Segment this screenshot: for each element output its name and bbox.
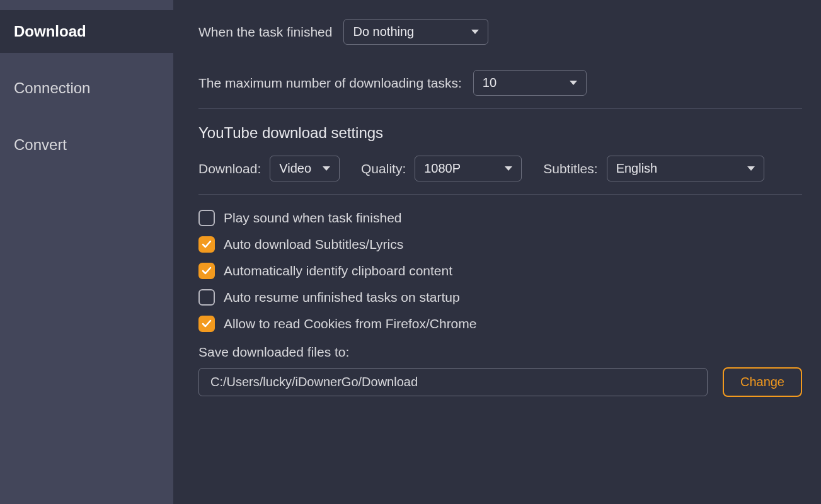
subtitles-value: English xyxy=(616,161,658,176)
checkbox-row[interactable]: Auto download Subtitles/Lyrics xyxy=(198,236,802,253)
max-tasks-value: 10 xyxy=(483,76,497,90)
youtube-section-title: YouTube download settings xyxy=(198,124,802,142)
quality-value: 1080P xyxy=(424,161,461,176)
checkbox[interactable] xyxy=(198,210,215,226)
save-path-input[interactable] xyxy=(198,368,708,396)
save-path-label: Save downloaded files to: xyxy=(198,345,802,360)
checkbox-row[interactable]: Play sound when task finished xyxy=(198,210,802,226)
checkbox[interactable] xyxy=(198,316,215,332)
download-type-select[interactable]: Video xyxy=(270,156,340,181)
checkbox-label: Automatically identify clipboard content xyxy=(224,263,452,278)
sidebar: Download Connection Convert xyxy=(0,0,173,504)
chevron-down-icon xyxy=(323,166,330,171)
quality-label: Quality: xyxy=(361,161,406,176)
task-finished-select[interactable]: Do nothing xyxy=(343,19,488,45)
download-type-value: Video xyxy=(279,161,311,176)
main-panel: When the task finished Do nothing The ma… xyxy=(173,0,821,504)
checkbox-label: Auto download Subtitles/Lyrics xyxy=(224,237,403,252)
checkbox-label: Allow to read Cookies from Firefox/Chrom… xyxy=(224,316,476,331)
checkbox-row[interactable]: Auto resume unfinished tasks on startup xyxy=(198,289,802,306)
divider xyxy=(198,108,802,109)
checkbox-label: Auto resume unfinished tasks on startup xyxy=(224,290,460,305)
checkbox[interactable] xyxy=(198,263,215,279)
divider xyxy=(198,194,802,195)
chevron-down-icon xyxy=(505,166,512,171)
checkbox[interactable] xyxy=(198,236,215,253)
sidebar-item-download[interactable]: Download xyxy=(0,10,173,53)
max-tasks-select[interactable]: 10 xyxy=(473,70,587,96)
sidebar-item-connection[interactable]: Connection xyxy=(0,67,173,110)
task-finished-value: Do nothing xyxy=(353,25,414,39)
chevron-down-icon xyxy=(747,166,755,171)
quality-select[interactable]: 1080P xyxy=(415,156,522,181)
subtitles-label: Subtitles: xyxy=(543,161,597,176)
download-type-label: Download: xyxy=(198,161,261,176)
checkbox-row[interactable]: Allow to read Cookies from Firefox/Chrom… xyxy=(198,316,802,332)
task-finished-label: When the task finished xyxy=(198,25,332,40)
max-tasks-label: The maximum number of downloading tasks: xyxy=(198,76,462,91)
check-icon xyxy=(202,266,212,276)
change-button[interactable]: Change xyxy=(723,367,802,397)
check-icon xyxy=(202,239,212,249)
checkbox-label: Play sound when task finished xyxy=(224,210,402,226)
sidebar-item-convert[interactable]: Convert xyxy=(0,123,173,166)
checkbox[interactable] xyxy=(198,289,215,306)
chevron-down-icon xyxy=(471,30,479,34)
checkbox-list: Play sound when task finishedAuto downlo… xyxy=(198,210,802,332)
subtitles-select[interactable]: English xyxy=(607,156,764,181)
chevron-down-icon xyxy=(570,81,577,85)
check-icon xyxy=(202,319,212,329)
checkbox-row[interactable]: Automatically identify clipboard content xyxy=(198,263,802,279)
